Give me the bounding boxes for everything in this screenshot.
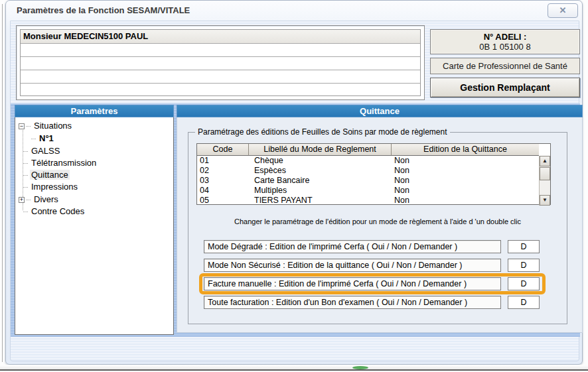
tree-stub [23,212,28,212]
toute-facturation-value[interactable]: D [508,296,540,309]
adeli-value: 0B 1 05100 8 [431,42,579,52]
table-header-row: Code Libellé du Mode de Reglement Editio… [197,144,550,156]
cell-edition: Non [392,156,539,166]
cell-libelle: Carte Bancaire [249,176,392,186]
mode-non-securise-label[interactable]: Mode Non Sécurisé : Edition de la quitta… [204,259,501,272]
background-line [2,4,3,362]
cell-libelle: TIERS PAYANT [249,196,392,206]
cell-edition: Non [392,176,539,186]
table-body: 01 Chèque Non 02 Espèces Non [197,156,550,206]
panels-band: Paramètres −Situations N°1 GALSS Télétra… [11,103,580,337]
table-row[interactable]: 01 Chèque Non [197,156,550,166]
column-header-libelle[interactable]: Libellé du Mode de Reglement [249,144,392,156]
cell-edition: Non [392,166,539,176]
adeli-label: N° ADELI : [431,32,579,42]
practitioner-box: Monsieur MEDECIN5100 PAUL [16,25,425,100]
screen: Paramètres de la Fonction SESAM/VITALE ✕… [0,0,588,372]
gestion-remplacant-button[interactable]: Gestion Remplaçant [430,78,580,97]
quittance-panel-body: Paramétrage des éditions de Feuilles de … [177,117,583,333]
title-bar: Paramètres de la Fonction SESAM/VITALE ✕ [6,1,582,21]
mode-degrade-value[interactable]: D [508,240,540,253]
dialog-title: Paramètres de la Fonction SESAM/VITALE [17,5,190,15]
cell-edition: Non [392,186,539,196]
tree-item-situations[interactable]: −Situations [19,121,73,131]
cell-code: 05 [197,196,249,206]
dialog-client-area: Monsieur MEDECIN5100 PAUL N° ADELI : 0B … [10,21,579,361]
tree-item-quittance[interactable]: Quittance [23,170,70,180]
table-row[interactable]: 04 Multiples Non [197,186,550,196]
tree-stub [23,175,28,176]
tree-stub [23,151,28,152]
practitioner-empty-row [21,56,420,70]
expand-icon[interactable]: + [19,197,25,203]
tree-stub [31,139,36,139]
table-row[interactable]: 03 Carte Bancaire Non [197,176,550,186]
scrollbar-thumb[interactable] [540,167,550,180]
cell-code: 03 [197,176,249,186]
tree-item-divers[interactable]: +Divers [19,194,60,205]
close-icon[interactable]: ✕ [548,3,578,18]
table-row[interactable]: 05 TIERS PAYANT Non [197,196,550,206]
tree-stub [23,163,28,164]
green-indicator-dot [352,366,368,369]
practitioner-empty-row [21,70,420,83]
parameters-panel-header: Paramètres [15,105,174,117]
tree-item-n1[interactable]: N°1 [31,133,55,144]
cell-code: 01 [197,156,249,166]
tree-item-contre-codes[interactable]: Contre Codes [23,206,86,217]
practitioner-empty-row [21,43,420,56]
column-header-edition[interactable]: Edition de la Quittance [392,144,539,156]
tree-stub [26,200,31,200]
adeli-box: N° ADELI : 0B 1 05100 8 [430,29,580,54]
mode-degrade-label[interactable]: Mode Dégradé : Edition de l'imprimé Cerf… [204,240,501,253]
cell-libelle: Chèque [249,156,392,166]
cell-libelle: Multiples [249,186,392,196]
reglement-groupbox: Paramétrage des éditions de Feuilles de … [188,132,567,324]
reglement-table[interactable]: Code Libellé du Mode de Reglement Editio… [196,143,551,205]
facture-manuelle-value[interactable]: D [508,277,540,290]
practitioner-empty-row [21,83,420,96]
quittance-panel-header: Quittance [177,105,583,117]
practitioner-name: Monsieur MEDECIN5100 PAUL [21,30,420,43]
toute-facturation-label[interactable]: Toute facturation : Edition d'un Bon d'e… [204,296,501,309]
cell-edition: Non [392,196,539,206]
scroll-up-icon[interactable]: ▲ [540,156,550,166]
tree-item-galss[interactable]: GALSS [23,146,61,156]
parameters-tree: −Situations N°1 GALSS Télétransmission Q… [15,117,174,335]
tree-item-teletransmission[interactable]: Télétransmission [23,158,98,168]
table-row[interactable]: 02 Espèces Non [197,166,550,176]
vertical-scrollbar[interactable]: ▲ ▼ [539,156,550,206]
cps-card-label: Carte de Professionnel de Santé [430,58,580,74]
double-click-hint: Changer le paramétrage de l'édition pour… [188,217,567,225]
mode-non-securise-value[interactable]: D [508,259,540,272]
cell-code: 02 [197,166,249,176]
scroll-down-icon[interactable]: ▼ [540,195,550,206]
tree-stub [26,126,31,127]
window-bottom-edge [0,365,588,371]
cell-code: 04 [197,186,249,196]
cell-libelle: Espèces [249,166,392,176]
tree-item-impressions[interactable]: Impressions [23,182,79,192]
collapse-icon[interactable]: − [19,123,25,129]
sesam-vitale-dialog: Paramètres de la Fonction SESAM/VITALE ✕… [5,0,583,365]
groupbox-label: Paramétrage des éditions de Feuilles de … [195,127,450,137]
tree-stub [23,187,28,188]
column-header-code[interactable]: Code [197,144,249,156]
facture-manuelle-label[interactable]: Facture manuelle : Edition de l'imprimé … [204,277,501,290]
